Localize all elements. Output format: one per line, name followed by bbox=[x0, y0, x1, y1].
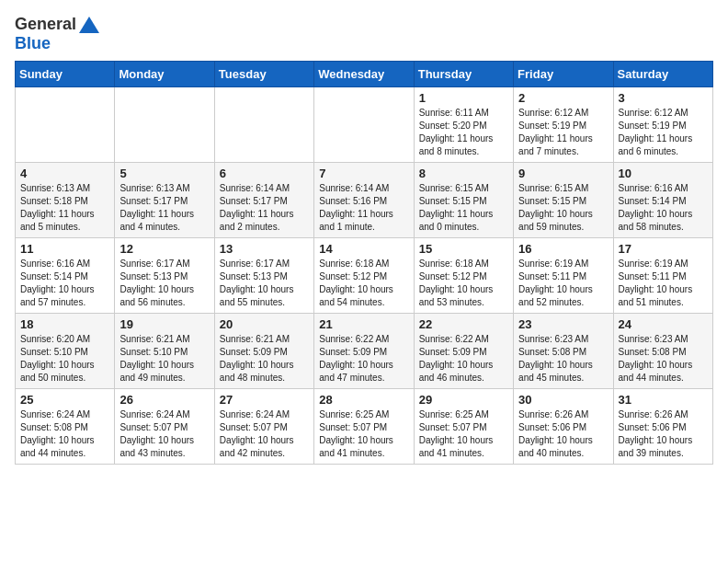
day-info: Sunrise: 6:14 AM Sunset: 5:17 PM Dayligh… bbox=[220, 182, 309, 234]
day-number: 19 bbox=[119, 317, 209, 331]
logo-blue-text: Blue bbox=[15, 35, 99, 53]
day-info: Sunrise: 6:21 AM Sunset: 5:09 PM Dayligh… bbox=[220, 333, 309, 385]
calendar-cell: 14Sunrise: 6:18 AM Sunset: 5:12 PM Dayli… bbox=[314, 237, 414, 313]
day-info: Sunrise: 6:21 AM Sunset: 5:10 PM Dayligh… bbox=[119, 333, 209, 385]
calendar-cell: 31Sunrise: 6:26 AM Sunset: 5:06 PM Dayli… bbox=[613, 388, 712, 464]
day-info: Sunrise: 6:16 AM Sunset: 5:14 PM Dayligh… bbox=[619, 182, 708, 234]
day-number: 23 bbox=[518, 317, 608, 331]
calendar-cell: 18Sunrise: 6:20 AM Sunset: 5:10 PM Dayli… bbox=[16, 313, 115, 388]
calendar-cell: 28Sunrise: 6:25 AM Sunset: 5:07 PM Dayli… bbox=[314, 388, 414, 464]
day-info: Sunrise: 6:13 AM Sunset: 5:17 PM Dayligh… bbox=[119, 182, 209, 234]
calendar-cell: 15Sunrise: 6:18 AM Sunset: 5:12 PM Dayli… bbox=[414, 237, 513, 313]
calendar-cell: 12Sunrise: 6:17 AM Sunset: 5:13 PM Dayli… bbox=[115, 237, 214, 313]
calendar-cell: 29Sunrise: 6:25 AM Sunset: 5:07 PM Dayli… bbox=[414, 388, 513, 464]
calendar-cell: 21Sunrise: 6:22 AM Sunset: 5:09 PM Dayli… bbox=[314, 313, 414, 388]
day-info: Sunrise: 6:22 AM Sunset: 5:09 PM Dayligh… bbox=[319, 333, 408, 385]
calendar-week-row: 1Sunrise: 6:11 AM Sunset: 5:20 PM Daylig… bbox=[16, 86, 713, 162]
day-number: 11 bbox=[20, 242, 109, 256]
calendar-cell: 8Sunrise: 6:15 AM Sunset: 5:15 PM Daylig… bbox=[414, 162, 513, 237]
calendar-table: SundayMondayTuesdayWednesdayThursdayFrid… bbox=[15, 61, 713, 465]
day-number: 8 bbox=[419, 167, 508, 180]
calendar-cell: 11Sunrise: 6:16 AM Sunset: 5:14 PM Dayli… bbox=[16, 237, 115, 313]
day-info: Sunrise: 6:17 AM Sunset: 5:13 PM Dayligh… bbox=[220, 258, 309, 309]
calendar-cell: 10Sunrise: 6:16 AM Sunset: 5:14 PM Dayli… bbox=[613, 162, 712, 237]
calendar-cell bbox=[314, 86, 414, 162]
day-info: Sunrise: 6:14 AM Sunset: 5:16 PM Dayligh… bbox=[319, 182, 408, 234]
calendar-week-row: 18Sunrise: 6:20 AM Sunset: 5:10 PM Dayli… bbox=[16, 313, 713, 388]
day-number: 13 bbox=[220, 242, 309, 256]
day-number: 7 bbox=[319, 167, 408, 180]
day-info: Sunrise: 6:13 AM Sunset: 5:18 PM Dayligh… bbox=[20, 182, 109, 234]
day-info: Sunrise: 6:19 AM Sunset: 5:11 PM Dayligh… bbox=[619, 258, 708, 309]
day-info: Sunrise: 6:25 AM Sunset: 5:07 PM Dayligh… bbox=[419, 408, 508, 460]
calendar-cell: 30Sunrise: 6:26 AM Sunset: 5:06 PM Dayli… bbox=[514, 388, 613, 464]
day-number: 2 bbox=[518, 91, 608, 105]
weekday-header: Tuesday bbox=[214, 61, 313, 86]
calendar-cell: 23Sunrise: 6:23 AM Sunset: 5:08 PM Dayli… bbox=[514, 313, 613, 388]
calendar-cell bbox=[16, 86, 115, 162]
calendar-cell bbox=[214, 86, 313, 162]
day-info: Sunrise: 6:23 AM Sunset: 5:08 PM Dayligh… bbox=[518, 333, 608, 385]
svg-marker-0 bbox=[79, 17, 99, 33]
calendar-cell bbox=[115, 86, 214, 162]
calendar-cell: 13Sunrise: 6:17 AM Sunset: 5:13 PM Dayli… bbox=[214, 237, 313, 313]
day-number: 22 bbox=[419, 317, 508, 331]
day-info: Sunrise: 6:22 AM Sunset: 5:09 PM Dayligh… bbox=[419, 333, 508, 385]
day-info: Sunrise: 6:16 AM Sunset: 5:14 PM Dayligh… bbox=[20, 258, 109, 309]
day-number: 14 bbox=[319, 242, 408, 256]
weekday-header: Friday bbox=[514, 61, 613, 86]
day-number: 12 bbox=[119, 242, 209, 256]
day-info: Sunrise: 6:25 AM Sunset: 5:07 PM Dayligh… bbox=[319, 408, 408, 460]
day-number: 5 bbox=[119, 167, 209, 180]
logo: General Blue bbox=[15, 15, 99, 53]
logo-general-text: General bbox=[15, 16, 76, 34]
page-header: General Blue bbox=[15, 15, 713, 53]
day-number: 3 bbox=[619, 91, 708, 105]
calendar-cell: 19Sunrise: 6:21 AM Sunset: 5:10 PM Dayli… bbox=[115, 313, 214, 388]
calendar-cell: 4Sunrise: 6:13 AM Sunset: 5:18 PM Daylig… bbox=[16, 162, 115, 237]
day-info: Sunrise: 6:15 AM Sunset: 5:15 PM Dayligh… bbox=[518, 182, 608, 234]
calendar-cell: 25Sunrise: 6:24 AM Sunset: 5:08 PM Dayli… bbox=[16, 388, 115, 464]
weekday-header-row: SundayMondayTuesdayWednesdayThursdayFrid… bbox=[16, 61, 713, 86]
calendar-cell: 5Sunrise: 6:13 AM Sunset: 5:17 PM Daylig… bbox=[115, 162, 214, 237]
day-info: Sunrise: 6:12 AM Sunset: 5:19 PM Dayligh… bbox=[619, 107, 708, 158]
day-info: Sunrise: 6:24 AM Sunset: 5:07 PM Dayligh… bbox=[119, 408, 209, 460]
day-number: 10 bbox=[619, 167, 708, 180]
calendar-week-row: 11Sunrise: 6:16 AM Sunset: 5:14 PM Dayli… bbox=[16, 237, 713, 313]
calendar-cell: 17Sunrise: 6:19 AM Sunset: 5:11 PM Dayli… bbox=[613, 237, 712, 313]
calendar-cell: 26Sunrise: 6:24 AM Sunset: 5:07 PM Dayli… bbox=[115, 388, 214, 464]
calendar-cell: 6Sunrise: 6:14 AM Sunset: 5:17 PM Daylig… bbox=[214, 162, 313, 237]
day-number: 4 bbox=[20, 167, 109, 180]
calendar-cell: 1Sunrise: 6:11 AM Sunset: 5:20 PM Daylig… bbox=[414, 86, 513, 162]
day-number: 18 bbox=[20, 317, 109, 331]
day-info: Sunrise: 6:26 AM Sunset: 5:06 PM Dayligh… bbox=[518, 408, 608, 460]
day-number: 29 bbox=[419, 393, 508, 407]
calendar-cell: 7Sunrise: 6:14 AM Sunset: 5:16 PM Daylig… bbox=[314, 162, 414, 237]
calendar-week-row: 4Sunrise: 6:13 AM Sunset: 5:18 PM Daylig… bbox=[16, 162, 713, 237]
weekday-header: Monday bbox=[115, 61, 214, 86]
calendar-cell: 9Sunrise: 6:15 AM Sunset: 5:15 PM Daylig… bbox=[514, 162, 613, 237]
day-info: Sunrise: 6:24 AM Sunset: 5:08 PM Dayligh… bbox=[20, 408, 109, 460]
calendar-cell: 22Sunrise: 6:22 AM Sunset: 5:09 PM Dayli… bbox=[414, 313, 513, 388]
day-number: 24 bbox=[619, 317, 708, 331]
calendar-cell: 27Sunrise: 6:24 AM Sunset: 5:07 PM Dayli… bbox=[214, 388, 313, 464]
day-number: 17 bbox=[619, 242, 708, 256]
day-number: 15 bbox=[419, 242, 508, 256]
calendar-cell: 3Sunrise: 6:12 AM Sunset: 5:19 PM Daylig… bbox=[613, 86, 712, 162]
weekday-header: Wednesday bbox=[314, 61, 414, 86]
day-info: Sunrise: 6:26 AM Sunset: 5:06 PM Dayligh… bbox=[619, 408, 708, 460]
calendar-cell: 20Sunrise: 6:21 AM Sunset: 5:09 PM Dayli… bbox=[214, 313, 313, 388]
day-info: Sunrise: 6:20 AM Sunset: 5:10 PM Dayligh… bbox=[20, 333, 109, 385]
day-number: 27 bbox=[220, 393, 309, 407]
day-info: Sunrise: 6:12 AM Sunset: 5:19 PM Dayligh… bbox=[518, 107, 608, 158]
day-number: 31 bbox=[619, 393, 708, 407]
day-number: 25 bbox=[20, 393, 109, 407]
day-info: Sunrise: 6:15 AM Sunset: 5:15 PM Dayligh… bbox=[419, 182, 508, 234]
day-number: 30 bbox=[518, 393, 608, 407]
day-info: Sunrise: 6:23 AM Sunset: 5:08 PM Dayligh… bbox=[619, 333, 708, 385]
calendar-week-row: 25Sunrise: 6:24 AM Sunset: 5:08 PM Dayli… bbox=[16, 388, 713, 464]
day-number: 6 bbox=[220, 167, 309, 180]
logo-icon bbox=[79, 15, 99, 35]
day-number: 16 bbox=[518, 242, 608, 256]
calendar-cell: 16Sunrise: 6:19 AM Sunset: 5:11 PM Dayli… bbox=[514, 237, 613, 313]
